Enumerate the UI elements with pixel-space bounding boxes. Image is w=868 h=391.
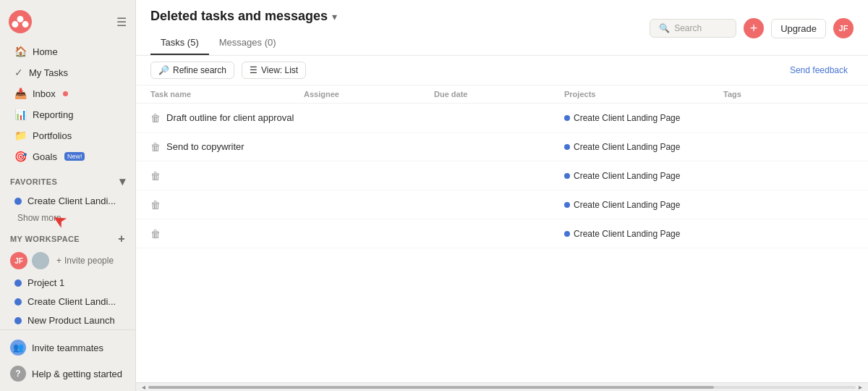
project-dot-r5: [564, 231, 570, 237]
task-name-cell: 🗑 Draft outline for client approval: [150, 106, 304, 130]
goals-new-badge: New!: [64, 152, 85, 161]
tab-messages[interactable]: Messages (0): [209, 31, 286, 55]
sidebar-item-goals[interactable]: 🎯 Goals New!: [4, 146, 131, 167]
project-cell: Create Client Landing Page: [564, 142, 723, 152]
sidebar-item-new-product[interactable]: New Product Launch: [4, 311, 131, 329]
help-item[interactable]: ? Help & getting started: [0, 361, 135, 387]
sidebar: ☰ 🏠 Home ✓ My Tasks 📥 Inbox 📊 Reporting …: [0, 0, 136, 391]
inbox-icon: 📥: [14, 88, 27, 99]
new-product-dot: [14, 317, 22, 324]
sidebar-item-inbox[interactable]: 📥 Inbox: [4, 83, 131, 104]
table-row[interactable]: 🗑 Create Client Landing Page: [136, 190, 868, 219]
table-header: Task name Assignee Due date Projects Tag…: [136, 85, 868, 104]
trash-icon: 🗑: [150, 199, 161, 211]
send-feedback-button[interactable]: Send feedback: [784, 62, 854, 78]
scroll-left-icon[interactable]: ◂: [139, 383, 148, 391]
user-avatar-header[interactable]: JF: [833, 18, 854, 38]
workspace-section-header: My Workspace +: [0, 225, 135, 248]
task-name: Send to copywriter: [166, 141, 244, 152]
sidebar-item-my-tasks-label: My Tasks: [29, 67, 68, 78]
sidebar-item-project1[interactable]: Project 1: [4, 274, 131, 292]
scroll-right-icon[interactable]: ▸: [856, 383, 865, 391]
inbox-badge: [63, 91, 68, 96]
sidebar-nav: 🏠 Home ✓ My Tasks 📥 Inbox 📊 Reporting 📁 …: [0, 39, 135, 329]
goals-icon: 🎯: [14, 151, 27, 162]
search-placeholder: Search: [674, 23, 702, 33]
task-name-cell: 🗑: [150, 193, 304, 217]
invite-plus-icon: +: [56, 256, 61, 266]
sidebar-item-inbox-label: Inbox: [33, 88, 56, 99]
task-table: Task name Assignee Due date Projects Tag…: [136, 85, 868, 382]
invite-teammates-item[interactable]: 👥 Invite teammates: [0, 335, 135, 361]
upgrade-button[interactable]: Upgrade: [771, 19, 826, 38]
sidebar-item-reporting[interactable]: 📊 Reporting: [4, 104, 131, 125]
project-dot-r2: [564, 144, 570, 150]
user-avatar-anon[interactable]: [32, 252, 49, 269]
help-icon: ?: [10, 366, 26, 382]
tab-tasks[interactable]: Tasks (5): [150, 31, 209, 55]
project-name-r1: Create Client Landing Page: [574, 113, 680, 123]
sidebar-item-portfolios[interactable]: 📁 Portfolios: [4, 125, 131, 146]
trash-icon: 🗑: [150, 141, 161, 153]
sidebar-item-reporting-label: Reporting: [33, 109, 73, 120]
project1-label: Project 1: [27, 277, 64, 288]
sidebar-item-home[interactable]: 🏠 Home: [4, 41, 131, 62]
workspace-add-icon[interactable]: +: [118, 232, 125, 245]
table-row[interactable]: 🗑 Send to copywriter Create Client Landi…: [136, 133, 868, 161]
workspace-members-row: JF + Invite people: [0, 248, 135, 273]
invite-people-button[interactable]: + Invite people: [54, 254, 116, 267]
task-name-cell: 🗑 Send to copywriter: [150, 135, 304, 159]
task-name: Draft outline for client approval: [166, 112, 294, 123]
page-title-row: Deleted tasks and messages ▾: [150, 9, 641, 24]
sidebar-item-my-tasks[interactable]: ✓ My Tasks: [4, 62, 131, 83]
fav-project-dot: [14, 198, 22, 205]
sidebar-item-create-client[interactable]: Create Client Landi...: [4, 293, 131, 311]
task-name-cell: 🗑: [150, 164, 304, 188]
col-projects: Projects: [564, 90, 723, 98]
sidebar-header: ☰: [0, 0, 135, 39]
svg-point-2: [12, 21, 18, 28]
project1-dot: [14, 279, 22, 287]
main-content: Deleted tasks and messages ▾ Tasks (5) M…: [136, 0, 868, 391]
refine-search-icon: 🔎: [158, 65, 169, 75]
show-more-favorites[interactable]: Show more ➤: [0, 211, 135, 225]
project-name-r2: Create Client Landing Page: [574, 142, 680, 152]
project-cell: Create Client Landing Page: [564, 229, 723, 239]
portfolios-icon: 📁: [14, 130, 27, 141]
sidebar-toggle-icon[interactable]: ☰: [116, 15, 127, 29]
create-client-dot: [14, 298, 22, 306]
user-avatar-jf[interactable]: JF: [10, 252, 27, 269]
table-row[interactable]: 🗑 Draft outline for client approval Crea…: [136, 104, 868, 133]
col-tags: Tags: [723, 90, 854, 98]
project-cell: Create Client Landing Page: [564, 113, 723, 123]
invite-teammates-icon: 👥: [10, 340, 26, 356]
table-row[interactable]: 🗑 Create Client Landing Page: [136, 219, 868, 248]
help-label: Help & getting started: [32, 369, 122, 379]
sidebar-item-home-label: Home: [33, 46, 58, 57]
scroll-thumb: [148, 386, 714, 389]
page-title: Deleted tasks and messages: [150, 9, 328, 24]
scroll-track[interactable]: [148, 386, 856, 389]
sidebar-bottom: 👥 Invite teammates ? Help & getting star…: [0, 329, 135, 391]
project-dot-r4: [564, 202, 570, 208]
title-dropdown-icon[interactable]: ▾: [332, 11, 337, 22]
header-actions: 🔍 Search + Upgrade JF: [650, 18, 854, 46]
col-due-date: Due date: [434, 90, 564, 98]
col-task-name: Task name: [150, 90, 304, 98]
favorites-label: Favorites: [10, 177, 57, 186]
add-button[interactable]: +: [744, 18, 764, 38]
col-assignee: Assignee: [304, 90, 434, 98]
favorites-section-header: Favorites ▾: [0, 167, 135, 191]
search-box[interactable]: 🔍 Search: [650, 19, 736, 38]
reporting-icon: 📊: [14, 109, 27, 120]
view-list-button[interactable]: ☰ View: List: [242, 62, 306, 79]
favorites-collapse-icon[interactable]: ▾: [119, 175, 125, 188]
horizontal-scrollbar[interactable]: ◂ ▸: [136, 382, 868, 391]
refine-search-button[interactable]: 🔎 Refine search: [150, 62, 234, 79]
fav-project-label: Create Client Landi...: [27, 196, 116, 206]
trash-icon: 🗑: [150, 112, 161, 124]
page-header: Deleted tasks and messages ▾ Tasks (5) M…: [136, 0, 868, 56]
sidebar-item-fav-create-client[interactable]: Create Client Landi...: [4, 192, 131, 210]
project-cell: Create Client Landing Page: [564, 200, 723, 210]
table-row[interactable]: 🗑 Create Client Landing Page: [136, 161, 868, 190]
